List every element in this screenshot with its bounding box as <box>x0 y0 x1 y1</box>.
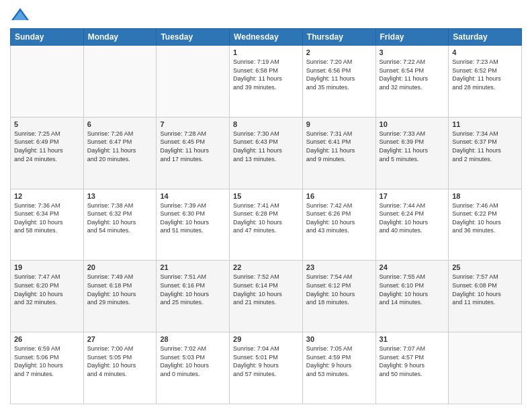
calendar-cell: 13Sunrise: 7:38 AM Sunset: 6:32 PM Dayli… <box>83 189 157 261</box>
calendar-cell: 12Sunrise: 7:36 AM Sunset: 6:34 PM Dayli… <box>11 189 84 261</box>
day-info: Sunrise: 7:25 AM Sunset: 6:49 PM Dayligh… <box>14 130 80 163</box>
day-number: 10 <box>380 120 445 128</box>
day-info: Sunrise: 7:23 AM Sunset: 6:52 PM Dayligh… <box>452 58 518 91</box>
calendar-cell: 24Sunrise: 7:55 AM Sunset: 6:10 PM Dayli… <box>375 261 449 332</box>
day-number: 24 <box>380 263 445 271</box>
calendar-cell: 6Sunrise: 7:26 AM Sunset: 6:47 PM Daylig… <box>83 117 157 189</box>
day-info: Sunrise: 7:46 AM Sunset: 6:22 PM Dayligh… <box>452 201 518 235</box>
day-info: Sunrise: 7:05 AM Sunset: 4:59 PM Dayligh… <box>306 345 372 378</box>
calendar-cell: 7Sunrise: 7:28 AM Sunset: 6:45 PM Daylig… <box>157 117 230 189</box>
page: Sunday Monday Tuesday Wednesday Thursday… <box>0 0 532 411</box>
col-sunday: Sunday <box>11 29 84 46</box>
day-number: 13 <box>87 192 153 200</box>
calendar-week-row: 19Sunrise: 7:47 AM Sunset: 6:20 PM Dayli… <box>11 261 522 332</box>
day-info: Sunrise: 7:30 AM Sunset: 6:43 PM Dayligh… <box>233 130 299 163</box>
day-number: 27 <box>87 335 153 343</box>
day-info: Sunrise: 7:00 AM Sunset: 5:05 PM Dayligh… <box>87 345 153 378</box>
day-info: Sunrise: 7:07 AM Sunset: 4:57 PM Dayligh… <box>380 345 445 378</box>
day-info: Sunrise: 7:52 AM Sunset: 6:14 PM Dayligh… <box>233 273 299 306</box>
day-number: 21 <box>160 263 226 271</box>
calendar-cell: 16Sunrise: 7:42 AM Sunset: 6:26 PM Dayli… <box>302 189 375 261</box>
day-info: Sunrise: 7:19 AM Sunset: 6:58 PM Dayligh… <box>233 58 299 91</box>
day-number: 1 <box>233 48 299 56</box>
calendar-week-row: 5Sunrise: 7:25 AM Sunset: 6:49 PM Daylig… <box>11 117 522 189</box>
calendar-cell: 18Sunrise: 7:46 AM Sunset: 6:22 PM Dayli… <box>449 189 522 261</box>
calendar-cell: 21Sunrise: 7:51 AM Sunset: 6:16 PM Dayli… <box>157 261 230 332</box>
day-info: Sunrise: 7:39 AM Sunset: 6:30 PM Dayligh… <box>160 201 226 235</box>
day-info: Sunrise: 7:33 AM Sunset: 6:39 PM Dayligh… <box>380 130 445 163</box>
day-number: 18 <box>452 192 518 200</box>
day-info: Sunrise: 7:04 AM Sunset: 5:01 PM Dayligh… <box>233 345 299 378</box>
calendar-cell: 19Sunrise: 7:47 AM Sunset: 6:20 PM Dayli… <box>11 261 84 332</box>
day-number: 8 <box>233 120 299 128</box>
day-info: Sunrise: 7:49 AM Sunset: 6:18 PM Dayligh… <box>87 273 153 306</box>
day-info: Sunrise: 7:31 AM Sunset: 6:41 PM Dayligh… <box>306 130 372 163</box>
day-number: 2 <box>306 48 372 56</box>
calendar-week-row: 26Sunrise: 6:59 AM Sunset: 5:06 PM Dayli… <box>11 332 522 404</box>
calendar-cell: 9Sunrise: 7:31 AM Sunset: 6:41 PM Daylig… <box>302 117 375 189</box>
day-number: 25 <box>452 263 518 271</box>
day-info: Sunrise: 7:20 AM Sunset: 6:56 PM Dayligh… <box>306 58 372 91</box>
calendar-cell: 26Sunrise: 6:59 AM Sunset: 5:06 PM Dayli… <box>11 332 84 404</box>
col-monday: Monday <box>83 29 157 46</box>
calendar-cell: 23Sunrise: 7:54 AM Sunset: 6:12 PM Dayli… <box>302 261 375 332</box>
day-info: Sunrise: 7:41 AM Sunset: 6:28 PM Dayligh… <box>233 201 299 235</box>
calendar-cell: 20Sunrise: 7:49 AM Sunset: 6:18 PM Dayli… <box>83 261 157 332</box>
calendar-cell: 28Sunrise: 7:02 AM Sunset: 5:03 PM Dayli… <box>157 332 230 404</box>
day-number: 5 <box>14 120 80 128</box>
calendar-cell <box>83 46 157 118</box>
day-number: 9 <box>306 120 372 128</box>
col-thursday: Thursday <box>302 29 375 46</box>
day-info: Sunrise: 7:55 AM Sunset: 6:10 PM Dayligh… <box>380 273 445 306</box>
calendar-cell <box>157 46 230 118</box>
calendar-cell: 30Sunrise: 7:05 AM Sunset: 4:59 PM Dayli… <box>302 332 375 404</box>
calendar-cell: 1Sunrise: 7:19 AM Sunset: 6:58 PM Daylig… <box>230 46 303 118</box>
calendar-cell: 2Sunrise: 7:20 AM Sunset: 6:56 PM Daylig… <box>302 46 375 118</box>
col-tuesday: Tuesday <box>157 29 230 46</box>
calendar-cell: 22Sunrise: 7:52 AM Sunset: 6:14 PM Dayli… <box>230 261 303 332</box>
calendar-cell: 8Sunrise: 7:30 AM Sunset: 6:43 PM Daylig… <box>230 117 303 189</box>
day-info: Sunrise: 7:51 AM Sunset: 6:16 PM Dayligh… <box>160 273 226 306</box>
calendar-cell: 15Sunrise: 7:41 AM Sunset: 6:28 PM Dayli… <box>230 189 303 261</box>
calendar-cell: 5Sunrise: 7:25 AM Sunset: 6:49 PM Daylig… <box>11 117 84 189</box>
calendar-cell: 17Sunrise: 7:44 AM Sunset: 6:24 PM Dayli… <box>375 189 449 261</box>
day-info: Sunrise: 7:02 AM Sunset: 5:03 PM Dayligh… <box>160 345 226 378</box>
col-saturday: Saturday <box>449 29 522 46</box>
calendar-cell: 31Sunrise: 7:07 AM Sunset: 4:57 PM Dayli… <box>375 332 449 404</box>
day-number: 20 <box>87 263 153 271</box>
calendar-cell: 29Sunrise: 7:04 AM Sunset: 5:01 PM Dayli… <box>230 332 303 404</box>
day-number: 29 <box>233 335 299 343</box>
day-number: 7 <box>160 120 226 128</box>
day-number: 31 <box>380 335 445 343</box>
calendar-week-row: 12Sunrise: 7:36 AM Sunset: 6:34 PM Dayli… <box>11 189 522 261</box>
header <box>10 7 522 23</box>
day-number: 4 <box>452 48 518 56</box>
day-number: 16 <box>306 192 372 200</box>
col-friday: Friday <box>375 29 449 46</box>
logo-icon <box>10 7 30 23</box>
calendar-week-row: 1Sunrise: 7:19 AM Sunset: 6:58 PM Daylig… <box>11 46 522 118</box>
day-info: Sunrise: 7:34 AM Sunset: 6:37 PM Dayligh… <box>452 130 518 163</box>
day-number: 17 <box>380 192 445 200</box>
day-info: Sunrise: 7:42 AM Sunset: 6:26 PM Dayligh… <box>306 201 372 235</box>
calendar-cell <box>449 332 522 404</box>
day-number: 3 <box>380 48 445 56</box>
day-number: 14 <box>160 192 226 200</box>
day-number: 28 <box>160 335 226 343</box>
calendar-cell <box>11 46 84 118</box>
day-number: 30 <box>306 335 372 343</box>
day-number: 11 <box>452 120 518 128</box>
day-number: 15 <box>233 192 299 200</box>
calendar-cell: 10Sunrise: 7:33 AM Sunset: 6:39 PM Dayli… <box>375 117 449 189</box>
day-info: Sunrise: 7:57 AM Sunset: 6:08 PM Dayligh… <box>452 273 518 306</box>
calendar-cell: 14Sunrise: 7:39 AM Sunset: 6:30 PM Dayli… <box>157 189 230 261</box>
day-info: Sunrise: 7:44 AM Sunset: 6:24 PM Dayligh… <box>380 201 445 235</box>
col-wednesday: Wednesday <box>230 29 303 46</box>
day-number: 22 <box>233 263 299 271</box>
calendar-cell: 11Sunrise: 7:34 AM Sunset: 6:37 PM Dayli… <box>449 117 522 189</box>
calendar-cell: 25Sunrise: 7:57 AM Sunset: 6:08 PM Dayli… <box>449 261 522 332</box>
day-number: 23 <box>306 263 372 271</box>
day-info: Sunrise: 7:36 AM Sunset: 6:34 PM Dayligh… <box>14 201 80 235</box>
calendar-cell: 3Sunrise: 7:22 AM Sunset: 6:54 PM Daylig… <box>375 46 449 118</box>
logo <box>10 7 33 23</box>
